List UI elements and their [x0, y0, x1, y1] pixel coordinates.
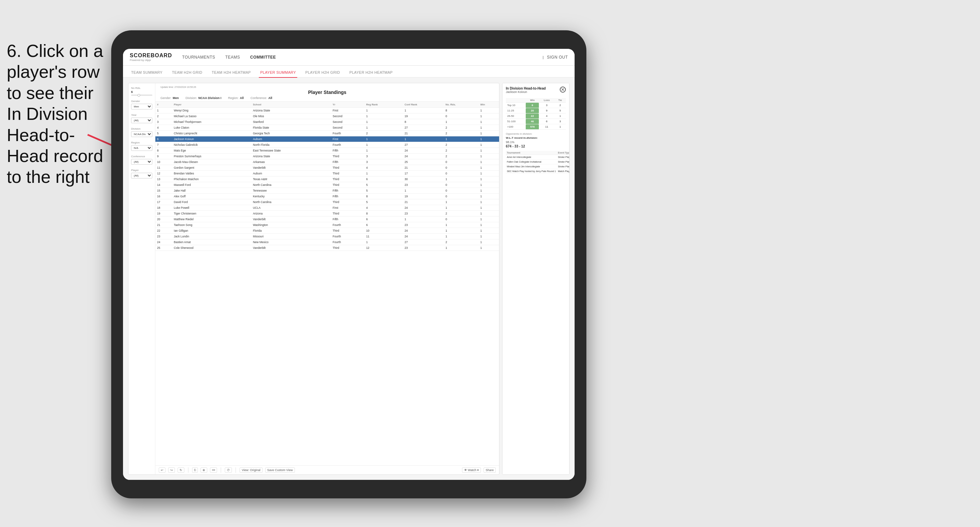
no-rds-slider[interactable] [131, 95, 152, 96]
h2h-tie: 3 [554, 119, 566, 124]
cell-conf: 23 [403, 211, 444, 216]
year-select[interactable]: (All) [131, 117, 152, 123]
table-row[interactable]: 5 Christo Lamprecht Georgia Tech Fourth … [155, 131, 499, 137]
subnav-team-h2h-heatmap[interactable]: TEAM H2H HEATMAP [210, 68, 252, 77]
table-row[interactable]: 12 Brendan Valdes Auburn Third 1 17 0 1 [155, 171, 499, 176]
col-school: School [251, 102, 331, 108]
table-row[interactable]: 20 Matthew Riedel Vanderbilt Fifth 6 1 0… [155, 216, 499, 222]
filter-player: Player (All) [131, 169, 152, 178]
nav-tournaments[interactable]: TOURNAMENTS [182, 53, 215, 61]
table-row[interactable]: 23 Jack Lundin Missouri Fourth 11 24 1 1 [155, 234, 499, 240]
cell-reg: 1 [364, 240, 403, 245]
table-row[interactable]: 7 Nicholas Gabrelcik North Florida Fourt… [155, 142, 499, 148]
table-row[interactable]: 6 Jackson Koivun Auburn First 1 1 1 1 [155, 137, 499, 142]
h2h-range: 11-25 [506, 108, 526, 113]
cell-school: Auburn [251, 137, 331, 142]
undo-button[interactable]: ↩ [159, 467, 165, 473]
table-row[interactable]: 2 Michael La Sasso Ole Miss Second 1 19 … [155, 113, 499, 119]
tourn-type: Stroke Play [557, 164, 570, 169]
h2h-loss: 6 [539, 119, 554, 124]
subnav-team-summary[interactable]: TEAM SUMMARY [130, 68, 164, 77]
filter-division: Division NCAA Division I [131, 127, 152, 137]
tournament-row: SEC Match Play hosted by Jerry Pate Roun… [506, 169, 570, 174]
h2h-row: Top 10 8 3 2 [506, 103, 566, 108]
cell-reg: 1 [364, 148, 403, 154]
table-row[interactable]: 1 Wenyi Ding Arizona State First 1 1 8 1 [155, 108, 499, 113]
h2h-title: In Division Head-to-Head [506, 87, 546, 90]
h2h-row: 26-50 22 4 1 [506, 113, 566, 119]
share-button[interactable]: Share [484, 467, 496, 473]
table-row[interactable]: 17 David Ford North Carolina Third 5 21 … [155, 199, 499, 205]
region-select[interactable]: N/A [131, 145, 152, 151]
save-custom-button[interactable]: Save Custom View [265, 467, 295, 473]
cell-rds: 2 [444, 240, 479, 245]
subnav-player-summary[interactable]: PLAYER SUMMARY [259, 68, 297, 78]
instruction-text: 6. Click on a player's row to see their … [0, 40, 105, 187]
table-row[interactable]: 18 Luke Powell UCLA First 4 24 1 1 [155, 205, 499, 211]
cell-yr: Third [331, 199, 364, 205]
cell-rank: 16 [155, 194, 172, 199]
cell-school: Arizona State [251, 154, 331, 159]
gender-select[interactable]: Men Women [131, 104, 152, 110]
table-row[interactable]: 4 Luke Claton Florida State Second 1 27 … [155, 125, 499, 131]
table-row[interactable]: 13 Phichaksn Maichon Texas A&M Third 6 3… [155, 176, 499, 182]
table-row[interactable]: 15 Jake Hall Tennessee Fifth 5 1 0 1 [155, 188, 499, 194]
cell-school: Georgia Tech [251, 131, 331, 137]
copy-button[interactable]: ⎘ [192, 467, 198, 473]
cell-conf: 24 [403, 234, 444, 240]
paste-button[interactable]: ⊕ [200, 467, 207, 473]
table-row[interactable]: 19 Tiger Christensen Arizona Third 8 23 … [155, 211, 499, 216]
cell-school: UCLA [251, 205, 331, 211]
cell-player: Gordon Sargent [172, 165, 251, 171]
more-button[interactable]: ••• [210, 467, 217, 473]
h2h-close-button[interactable]: ✕ [560, 87, 566, 93]
cell-rank: 11 [155, 165, 172, 171]
table-body: 1 Wenyi Ding Arizona State First 1 1 8 1… [155, 108, 499, 251]
table-row[interactable]: 9 Preston Summerhays Arizona State Third… [155, 154, 499, 159]
table-row[interactable]: 14 Maxwell Ford North Carolina Third 5 2… [155, 182, 499, 188]
division-filter-display: Division: NCAA Division I [186, 96, 221, 100]
nav-teams[interactable]: TEAMS [226, 53, 240, 61]
table-row[interactable]: 10 Jacob Mau-Olesen Arkansas Fifth 3 25 … [155, 159, 499, 165]
table-row[interactable]: 8 Mats Ege East Tennessee State Fifth 1 … [155, 148, 499, 154]
view-original-button[interactable]: View: Original [240, 467, 262, 473]
h2h-loss: 9 [539, 108, 554, 113]
conference-select[interactable]: (All) [131, 159, 152, 165]
table-row[interactable]: 3 Michael Thorbjornsen Stanford Second 1… [155, 119, 499, 125]
watch-button[interactable]: 👁 Watch ▾ [462, 467, 481, 473]
h2h-loss: 3 [539, 103, 554, 108]
table-row[interactable]: 25 Cole Sherwood Vanderbilt Third 12 23 … [155, 245, 499, 251]
h2h-tie: 1 [554, 113, 566, 119]
logo-sub: Powered by clippi [130, 59, 172, 62]
h2h-range: 51-100 [506, 119, 526, 124]
cell-yr: Fourth [331, 142, 364, 148]
redo-button[interactable]: ↪ [168, 467, 175, 473]
sign-out-button[interactable]: Sign out [547, 53, 568, 61]
col-player: Player [172, 102, 251, 108]
table-row[interactable]: 21 Taehoon Song Washington Fourth 6 23 1… [155, 222, 499, 228]
cell-conf: 21 [403, 165, 444, 171]
table-row[interactable]: 11 Gordon Sargent Vanderbilt Third 4 21 … [155, 165, 499, 171]
table-row[interactable]: 24 Bastien Amat New Mexico Fourth 1 27 2… [155, 240, 499, 245]
cell-school: Arkansas [251, 159, 331, 165]
player-select[interactable]: (All) [131, 173, 152, 178]
table-row[interactable]: 22 Ian Gilligan Florida Third 10 24 1 1 [155, 228, 499, 234]
cell-reg: 12 [364, 245, 403, 251]
cell-conf: 21 [403, 131, 444, 137]
h2h-loss: 4 [539, 113, 554, 119]
cell-school: Florida [251, 228, 331, 234]
gender-filter-label: Gender [131, 100, 152, 103]
table-row[interactable]: 16 Alex Goff Kentucky Fifth 8 19 0 1 [155, 194, 499, 199]
refresh-button[interactable]: ↻ [178, 467, 185, 473]
subnav-player-h2h-grid[interactable]: PLAYER H2H GRID [304, 68, 341, 77]
division-select[interactable]: NCAA Division I [131, 131, 152, 137]
clock-button[interactable]: ⏱ [225, 467, 232, 473]
subnav-player-h2h-heatmap[interactable]: PLAYER H2H HEATMAP [348, 68, 394, 77]
nav-committee[interactable]: COMMITTEE [250, 53, 276, 61]
cell-rank: 5 [155, 131, 172, 137]
division-filter-label: Division [131, 127, 152, 130]
subnav-team-h2h-grid[interactable]: TEAM H2H GRID [170, 68, 204, 77]
cell-player: Alex Goff [172, 194, 251, 199]
no-rds-value: 6 [131, 90, 152, 94]
table-header-row: # Player School Yr Reg Rank Conf Rank No… [155, 102, 499, 108]
